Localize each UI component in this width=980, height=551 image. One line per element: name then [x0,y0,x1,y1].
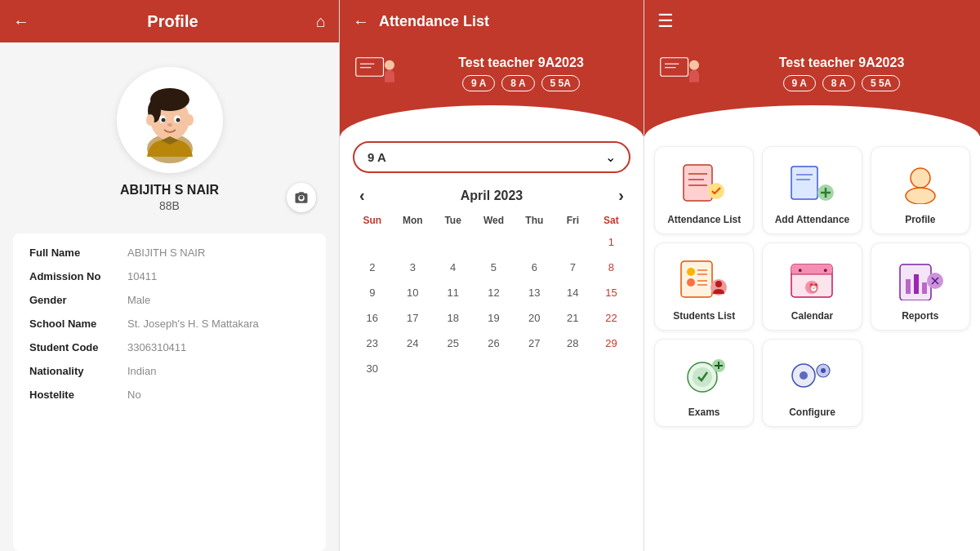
svg-rect-60 [914,274,919,294]
svg-rect-12 [356,58,384,77]
day-fri: Fri [554,211,592,229]
calendar-day[interactable]: 9 [353,280,391,305]
calendar-day[interactable]: 25 [434,331,472,356]
attendance-panel: ← Attendance List Test teacher 9A2023 9 … [339,0,644,551]
day-tue: Tue [434,211,472,229]
menu-item-illustration-add-attendance [783,158,840,207]
calendar-day[interactable]: 7 [554,255,592,280]
svg-rect-17 [661,58,688,77]
attendance-hero-illustration [353,51,402,96]
calendar-month-title: April 2023 [461,189,523,203]
calendar-day[interactable]: 26 [472,331,515,356]
menu-item-label-add-attendance: Add Attendance [775,214,850,225]
calendar-day[interactable]: 1 [592,229,630,255]
menu-item-add-attendance[interactable]: Add Attendance [762,146,862,234]
menu-item-reports[interactable]: Reports [871,242,970,331]
badge-55a: 5 5A [541,75,580,91]
menu-item-illustration-reports [892,255,949,304]
calendar-day[interactable]: 13 [515,280,554,305]
calendar-day[interactable]: 18 [434,305,472,331]
info-label: Student Code [29,341,127,353]
svg-text:⏰: ⏰ [808,282,819,293]
calendar-day [353,229,391,255]
info-value: 3306310411 [127,341,310,353]
calendar-day[interactable]: 4 [434,255,472,280]
menu-item-students-list[interactable]: Students List [654,242,754,331]
attendance-content: 9 A ⌄ ‹ April 2023 › Sun Mon Tue Wed Thu… [340,138,644,551]
calendar-day[interactable]: 22 [592,305,630,331]
calendar-day [434,229,472,255]
svg-text:●: ● [798,266,802,274]
calendar-day[interactable]: 3 [391,255,434,280]
hamburger-icon[interactable]: ☰ [657,11,674,32]
svg-rect-39 [681,261,712,297]
menu-item-attendance-list[interactable]: Attendance List [654,146,754,234]
profile-info-card: Full Name ABIJITH S NAIR Admission No 10… [13,233,326,551]
menu-item-label-reports: Reports [902,310,938,322]
calendar-day[interactable]: 6 [515,255,554,280]
calendar-day[interactable]: 30 [353,356,391,381]
student-class: 88B [159,199,180,212]
calendar-day[interactable]: 21 [554,305,592,331]
calendar-day[interactable]: 5 [472,255,515,280]
class-select[interactable]: 9 A ⌄ [353,141,630,173]
calendar-day[interactable]: 27 [515,331,554,356]
profile-info-row: Admission No 10411 [29,270,310,282]
menu-item-illustration-configure [783,351,840,400]
menu-item-configure[interactable]: Configure [762,339,862,427]
calendar-day[interactable]: 28 [554,331,592,356]
calendar-day[interactable]: 24 [391,331,434,356]
svg-point-16 [385,60,394,70]
home-icon[interactable]: ⌂ [316,12,326,31]
svg-text:●: ● [823,266,827,274]
calendar-day [434,356,472,381]
calendar-day [554,356,592,381]
menu-item-label-students-list: Students List [673,310,735,322]
svg-point-73 [800,371,808,380]
calendar-prev-button[interactable]: ‹ [359,186,365,205]
camera-button[interactable] [287,183,316,212]
svg-point-67 [693,367,712,387]
svg-point-11 [167,123,172,127]
calendar-day[interactable]: 19 [472,305,515,331]
calendar-day[interactable]: 8 [592,255,630,280]
svg-rect-59 [906,279,911,294]
calendar-day[interactable]: 29 [592,331,630,356]
day-sat: Sat [592,211,630,229]
chevron-down-icon: ⌄ [605,149,616,165]
calendar-day[interactable]: 23 [353,331,391,356]
svg-point-10 [176,118,180,122]
info-value: Indian [127,365,310,377]
attendance-header: ← Attendance List [340,0,644,42]
badge-9a: 9 A [462,75,495,91]
calendar-day[interactable]: 15 [592,280,630,305]
calendar-day[interactable]: 10 [391,280,434,305]
menu-item-profile[interactable]: Profile [871,146,970,234]
calendar-day [554,229,592,255]
back-icon[interactable]: ← [13,12,29,31]
badge-8a: 8 A [501,75,534,91]
calendar-day[interactable]: 17 [391,305,434,331]
calendar-next-button[interactable]: › [618,186,624,205]
menu-item-calendar[interactable]: ●●⏰ Calendar [762,242,862,331]
menu-item-exams[interactable]: Exams [654,339,754,427]
calendar-day[interactable]: 16 [353,305,391,331]
svg-point-5 [146,114,154,126]
info-value: St. Joseph's H. S Mattakara [127,318,310,330]
menu-item-label-calendar: Calendar [791,310,833,322]
calendar-day[interactable]: 14 [554,280,592,305]
info-value: 10411 [127,270,310,282]
calendar-day[interactable]: 20 [515,305,554,331]
dash-badge-55a: 5 5A [862,75,900,91]
calendar-day[interactable]: 11 [434,280,472,305]
calendar-day[interactable]: 12 [472,280,515,305]
profile-info-row: Full Name ABIJITH S NAIR [29,247,310,259]
calendar-day[interactable]: 2 [353,255,391,280]
profile-avatar-section: ABIJITH S NAIR 88B [0,42,339,220]
dashboard-class-badges: 9 A 8 A 5 5A [716,75,967,91]
menu-item-illustration-attendance-list [675,158,733,207]
svg-rect-22 [684,165,712,201]
attendance-back-icon[interactable]: ← [353,12,369,31]
svg-point-41 [687,268,695,276]
profile-header: ← Profile ⌂ [0,0,339,42]
